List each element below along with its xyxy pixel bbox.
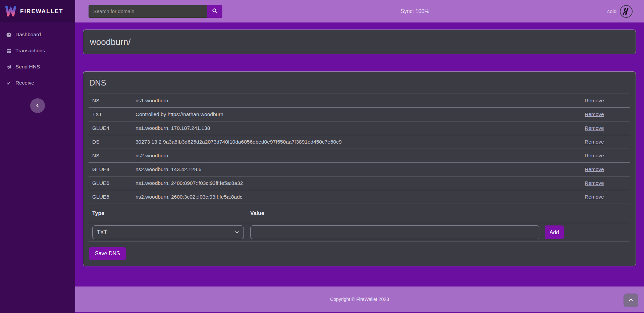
sidebar-item-label: Dashboard: [15, 32, 41, 38]
dns-record-row: GLUE4 ns2.woodburn. 143.42.128.6 Remove: [89, 163, 630, 176]
table-icon: [6, 48, 12, 54]
dns-record-type: DS: [89, 139, 136, 145]
gauge-icon: [6, 32, 12, 38]
topbar: Sync: 100% cold: [75, 0, 644, 22]
scroll-to-top-button[interactable]: [624, 294, 638, 307]
dns-record-row: TXT Controlled by https://nathan.woodbur…: [89, 108, 630, 121]
sidebar-item-transactions[interactable]: Transactions: [0, 43, 75, 59]
dns-record-value: ns1.woodburn. 2400:8907::f03c:93ff:fe5a:…: [136, 180, 575, 186]
dns-record-row: DS 30273 13 2 9a3a8fb3d625d2a2073d740f10…: [89, 135, 630, 149]
chevron-left-icon: [35, 103, 40, 109]
dns-record-type: GLUE6: [89, 194, 136, 200]
dns-record-row: GLUE4 ns1.woodburn. 170.187.241.138 Remo…: [89, 121, 630, 135]
dns-record-type: NS: [89, 98, 136, 104]
dns-record-row: GLUE6 ns2.woodburn. 2600:3c02::f03c:93ff…: [89, 190, 630, 204]
chevron-up-icon: [629, 298, 633, 303]
dns-record-value: ns2.woodburn. 143.42.128.6: [136, 166, 575, 172]
main-content: woodburn/ DNS NS ns1.woodburn. Remove TX…: [75, 0, 644, 286]
sidebar-collapse-button[interactable]: [30, 98, 45, 113]
dns-record-type: TXT: [89, 111, 136, 117]
domain-search: [89, 5, 222, 18]
sidebar: FIREWALLET Dashboard Transactions: [0, 0, 75, 313]
dns-record-value: ns2.woodburn.: [136, 153, 575, 159]
brand-name: FIREWALLET: [20, 8, 63, 15]
dns-record-remove-link[interactable]: Remove: [575, 180, 604, 186]
value-column-header: Value: [250, 210, 630, 216]
sidebar-item-label: Receive: [15, 80, 34, 86]
dns-record-remove-link[interactable]: Remove: [575, 139, 604, 145]
dns-record-remove-link[interactable]: Remove: [575, 111, 604, 117]
wallet-name: cold: [607, 8, 616, 14]
dns-record-value: ns1.woodburn.: [136, 98, 575, 104]
dns-record-remove-link[interactable]: Remove: [575, 125, 604, 131]
dns-record-remove-link[interactable]: Remove: [575, 166, 604, 172]
footer: Copyright © FireWallet 2023: [75, 286, 644, 312]
add-record-button[interactable]: Add: [545, 225, 564, 239]
dns-record-type: GLUE4: [89, 125, 136, 131]
dns-form-header: Type Value: [89, 204, 630, 223]
sync-status: Sync: 100%: [400, 8, 429, 14]
handshake-icon[interactable]: [620, 5, 633, 18]
dns-card: DNS NS ns1.woodburn. Remove TXT Controll…: [83, 71, 636, 266]
dns-record-row: NS ns2.woodburn. Remove: [89, 149, 630, 163]
sidebar-item-receive[interactable]: Receive: [0, 75, 75, 91]
save-dns-button[interactable]: Save DNS: [89, 247, 126, 260]
dns-record-row: GLUE6 ns1.woodburn. 2400:8907::f03c:93ff…: [89, 176, 630, 190]
paper-plane-icon: [6, 64, 12, 70]
search-button[interactable]: [207, 5, 222, 18]
type-column-header: Type: [92, 210, 250, 216]
domain-title: woodburn/: [90, 37, 130, 47]
copyright-text: Copyright © FireWallet 2023: [330, 297, 389, 302]
dns-record-remove-link[interactable]: Remove: [575, 194, 604, 200]
record-type-select[interactable]: TXT: [92, 225, 244, 239]
dns-record-value: Controlled by https://nathan.woodburn: [136, 111, 575, 117]
dns-record-value: ns1.woodburn. 170.187.241.138: [136, 125, 575, 131]
dns-record-type: NS: [89, 153, 136, 159]
dns-records-table: NS ns1.woodburn. Remove TXT Controlled b…: [89, 94, 630, 204]
sidebar-nav: Dashboard Transactions Send HNS: [0, 22, 75, 91]
dns-record-row: NS ns1.woodburn. Remove: [89, 94, 630, 108]
wallet-area[interactable]: cold: [607, 5, 633, 18]
domain-card: woodburn/: [83, 30, 636, 54]
record-value-input[interactable]: [250, 225, 539, 239]
dns-record-type: GLUE4: [89, 166, 136, 172]
record-type-select-wrap: TXT: [92, 225, 244, 239]
dns-record-remove-link[interactable]: Remove: [575, 153, 604, 158]
sidebar-item-label: Send HNS: [15, 64, 40, 70]
brand[interactable]: FIREWALLET: [0, 0, 75, 22]
search-input[interactable]: [89, 5, 207, 18]
sidebar-item-dashboard[interactable]: Dashboard: [0, 27, 75, 43]
dns-record-value: ns2.woodburn. 2600:3c02::f03c:93ff:fe5a:…: [136, 194, 575, 200]
dns-record-value: 30273 13 2 9a3a8fb3d625d2a2073d740f10da6…: [136, 139, 575, 145]
arrow-down-left-icon: [6, 80, 12, 86]
dns-record-type: GLUE6: [89, 180, 136, 186]
search-icon: [212, 8, 218, 15]
sidebar-item-label: Transactions: [15, 48, 45, 54]
sidebar-item-send-hns[interactable]: Send HNS: [0, 59, 75, 75]
firewallet-logo-icon: [5, 5, 17, 18]
dns-record-remove-link[interactable]: Remove: [575, 98, 604, 103]
dns-add-record-row: TXT Add: [89, 223, 630, 242]
dns-card-title: DNS: [89, 72, 630, 94]
